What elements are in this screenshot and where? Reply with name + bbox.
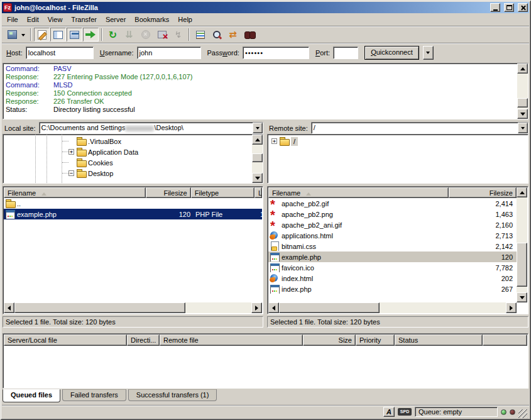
file-row[interactable]: bitnami.css 2,142 bbox=[268, 241, 517, 251]
maximize-button[interactable] bbox=[504, 3, 514, 12]
cancel-operation-button[interactable] bbox=[138, 28, 153, 41]
remote-list-scrollbar[interactable] bbox=[517, 187, 527, 302]
file-row[interactable]: apache_pb2_ani.gif 2,160 bbox=[268, 219, 517, 230]
toggle-message-log-button[interactable] bbox=[34, 28, 50, 41]
scroll-thumb[interactable] bbox=[517, 98, 528, 108]
toggle-local-tree-button[interactable] bbox=[50, 28, 66, 41]
menu-bookmarks[interactable]: Bookmarks bbox=[130, 14, 173, 25]
file-row-example-php[interactable]: example.php 120 PHP File 1 bbox=[4, 209, 262, 219]
tree-expander-icon[interactable] bbox=[68, 149, 74, 155]
disconnect-button[interactable] bbox=[154, 28, 170, 41]
username-input[interactable]: john bbox=[137, 47, 201, 59]
tab-successful-transfers[interactable]: Successful transfers (1) bbox=[128, 389, 217, 401]
close-button[interactable] bbox=[518, 3, 528, 12]
local-site-dropdown-button[interactable] bbox=[253, 123, 263, 133]
menu-server[interactable]: Server bbox=[101, 14, 130, 25]
scroll-down-button[interactable] bbox=[517, 292, 527, 302]
column-header-direction[interactable]: Directi... bbox=[127, 334, 160, 346]
scroll-up-button[interactable] bbox=[252, 135, 263, 145]
find-files-button[interactable] bbox=[241, 28, 257, 41]
file-row[interactable]: favicon.ico 7,782 bbox=[268, 262, 517, 273]
site-manager-button[interactable] bbox=[4, 28, 20, 41]
directory-comparison-button[interactable] bbox=[209, 28, 224, 41]
scroll-right-button[interactable] bbox=[506, 302, 517, 313]
html-file-icon bbox=[270, 231, 280, 240]
file-row[interactable]: apache_pb2.gif 2,414 bbox=[268, 198, 517, 209]
remote-site-path[interactable]: / bbox=[312, 123, 518, 133]
local-list-hscrollbar[interactable] bbox=[4, 302, 262, 313]
scroll-left-button[interactable] bbox=[4, 302, 14, 313]
port-input[interactable] bbox=[333, 47, 358, 59]
column-header-remote-file[interactable]: Remote file bbox=[160, 334, 303, 346]
column-header-filename[interactable]: Filename bbox=[268, 187, 449, 198]
tree-expander-icon[interactable] bbox=[68, 170, 74, 176]
scroll-down-button[interactable] bbox=[517, 109, 528, 119]
php-file-icon bbox=[5, 209, 16, 219]
remote-site-dropdown-button[interactable] bbox=[518, 123, 528, 133]
remote-site-combobox[interactable]: / bbox=[311, 122, 528, 134]
tab-failed-transfers[interactable]: Failed transfers bbox=[62, 389, 126, 401]
scroll-thumb[interactable] bbox=[252, 153, 263, 162]
folder-icon bbox=[5, 199, 16, 208]
remote-file-list: Filename Filesize apache_pb2.gif 2,414 a… bbox=[267, 186, 528, 314]
scroll-up-button[interactable] bbox=[517, 64, 528, 74]
scroll-right-button[interactable] bbox=[251, 302, 262, 313]
local-site-combobox[interactable]: C:\Documents and Settings\Desktop\ bbox=[39, 122, 263, 134]
scroll-up-button[interactable] bbox=[517, 187, 527, 197]
tree-item-desktop[interactable]: Desktop bbox=[3, 168, 263, 179]
column-header-filetype[interactable]: Filetype bbox=[191, 187, 255, 198]
refresh-button[interactable] bbox=[105, 28, 121, 41]
log-scrollbar[interactable] bbox=[517, 64, 528, 119]
menu-edit[interactable]: Edit bbox=[23, 14, 43, 25]
file-row[interactable]: index.php 267 bbox=[268, 284, 517, 294]
tree-item-virtualbox[interactable]: .VirtualBox bbox=[3, 136, 263, 146]
column-header-filename[interactable]: Filename bbox=[4, 187, 146, 198]
tree-item-root[interactable]: / bbox=[268, 136, 528, 146]
tree-item-cookies[interactable]: Cookies bbox=[3, 157, 263, 168]
tab-queued-files[interactable]: Queued files bbox=[3, 389, 60, 402]
filter-button[interactable] bbox=[192, 28, 208, 41]
toggle-queue-button[interactable] bbox=[83, 28, 99, 41]
tree-expander-icon[interactable] bbox=[271, 138, 277, 144]
column-header-filesize[interactable]: Filesize bbox=[146, 187, 191, 198]
column-header-size[interactable]: Size bbox=[303, 334, 356, 346]
file-row[interactable]: apache_pb2.png 1,463 bbox=[268, 209, 517, 219]
local-list-header: Filename Filesize Filetype L bbox=[4, 187, 262, 198]
toggle-remote-tree-button[interactable] bbox=[67, 28, 82, 41]
synchronized-browsing-button[interactable] bbox=[225, 28, 241, 41]
scroll-thumb[interactable] bbox=[279, 302, 380, 313]
menu-help[interactable]: Help bbox=[173, 14, 197, 25]
quickconnect-button[interactable]: Quickconnect bbox=[364, 46, 419, 60]
menu-transfer[interactable]: Transfer bbox=[67, 14, 101, 25]
column-header-last-modified[interactable]: L bbox=[255, 187, 262, 198]
site-manager-dropdown-icon[interactable] bbox=[21, 34, 25, 38]
scroll-left-button[interactable] bbox=[268, 302, 279, 313]
file-row-parent-dir[interactable]: .. bbox=[4, 198, 262, 209]
file-row[interactable]: index.html 202 bbox=[268, 273, 517, 284]
host-input[interactable]: localhost bbox=[26, 47, 94, 59]
resize-grip[interactable] bbox=[518, 409, 527, 418]
file-row-example-php[interactable]: example.php 120 bbox=[268, 251, 517, 262]
remote-list-hscrollbar[interactable] bbox=[268, 302, 517, 313]
column-header-filesize[interactable]: Filesize bbox=[449, 187, 517, 198]
process-queue-button[interactable] bbox=[121, 28, 137, 41]
speed-limits-icon[interactable]: SPD bbox=[398, 408, 412, 416]
tree-item-application-data[interactable]: Application Data bbox=[3, 146, 263, 157]
reconnect-button[interactable] bbox=[170, 28, 186, 41]
transfer-queue-panel: Server/Local file Directi... Remote file… bbox=[3, 333, 528, 389]
menu-view[interactable]: View bbox=[43, 14, 67, 25]
password-input[interactable]: •••••• bbox=[243, 47, 309, 59]
column-header-server-local-file[interactable]: Server/Local file bbox=[4, 334, 127, 346]
column-header-priority[interactable]: Priority bbox=[356, 334, 395, 346]
scroll-thumb[interactable] bbox=[517, 243, 527, 287]
column-header-status[interactable]: Status bbox=[395, 334, 483, 346]
local-site-path[interactable]: C:\Documents and Settings\Desktop\ bbox=[40, 123, 253, 133]
quickconnect-dropdown-button[interactable] bbox=[423, 46, 434, 60]
file-row[interactable]: applications.html 2,713 bbox=[268, 230, 517, 241]
scroll-down-button[interactable] bbox=[252, 173, 263, 183]
minimize-button[interactable] bbox=[490, 3, 500, 12]
local-tree-scrollbar[interactable] bbox=[252, 135, 263, 183]
data-type-indicator-icon[interactable]: A bbox=[383, 407, 395, 417]
menu-file[interactable]: File bbox=[3, 14, 23, 25]
scroll-thumb[interactable] bbox=[14, 302, 185, 313]
